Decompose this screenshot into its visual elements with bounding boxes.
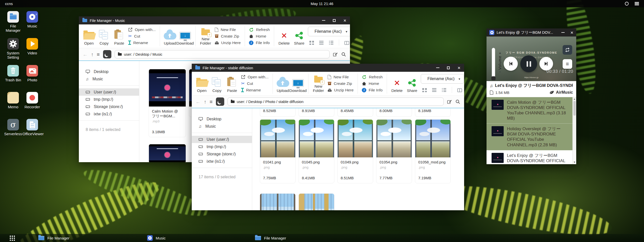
sort-dropdown[interactable]: Filename (Asc) ▾ <box>421 74 464 84</box>
upload-button[interactable]: Upload <box>276 74 289 93</box>
scroll-down-icon[interactable]: ▼ <box>573 161 576 163</box>
file-card-partial[interactable] <box>260 193 296 210</box>
file-card-partial[interactable] <box>149 144 186 162</box>
playlist-item[interactable]: Holiday Overslept @ フリーBGM DOVA-SYNDROME… <box>487 124 576 150</box>
power-circle-icon[interactable] <box>625 2 629 6</box>
share-button[interactable]: Share <box>406 74 419 93</box>
dark-mode-button[interactable] <box>103 50 111 58</box>
file-card-01054[interactable]: 01054.png .png 7.77MB <box>376 119 412 183</box>
new-file-button[interactable]: New File <box>215 27 241 32</box>
desktop-icon-video[interactable]: Video <box>23 38 42 65</box>
share-button[interactable]: Share <box>293 26 306 46</box>
cut-button[interactable]: ✂ Cut <box>128 33 156 39</box>
file-info-button[interactable]: i File Info <box>362 88 382 92</box>
search-icon[interactable] <box>455 99 460 104</box>
sidebar-item-music[interactable]: ♫ Music <box>192 123 252 130</box>
cut-button[interactable]: ✂ Cut <box>241 81 269 86</box>
file-card-clipped[interactable]: 8.52MB <box>260 108 296 117</box>
minimize-button[interactable] <box>436 67 439 68</box>
view-list-button[interactable] <box>432 88 437 92</box>
rename-button[interactable]: Rename <box>241 88 269 92</box>
rename-button[interactable]: Rename <box>128 41 156 45</box>
menu-icon[interactable] <box>635 2 639 5</box>
unzip-here-button[interactable]: Unzip Here <box>215 41 241 45</box>
desktop-icon-system-setting[interactable]: System Setting <box>4 38 23 65</box>
sort-dropdown[interactable]: Filename (Asc) ▾ <box>308 27 350 36</box>
home-button[interactable]: Home <box>249 34 270 39</box>
playlist-scrollbar[interactable]: ▲ ▼ <box>572 97 576 164</box>
desktop-icon-serverless[interactable]: σ Serverless <box>4 119 23 146</box>
close-button[interactable]: ✕ <box>343 19 346 22</box>
file-card-01058-mod[interactable]: 01058_mod.png .png 7.19MB <box>415 119 451 183</box>
sidebar-item-desktop[interactable]: Desktop <box>79 68 139 75</box>
delete-button[interactable]: ✕ Delete <box>391 74 404 93</box>
back-button[interactable]: ← <box>83 52 88 57</box>
path-input[interactable]: user: / Desktop / Music <box>115 50 330 58</box>
taskbar-item-file-manager-2[interactable]: File Manager <box>255 234 286 242</box>
next-track-button[interactable] <box>539 57 553 71</box>
repeat-button[interactable] <box>563 45 572 55</box>
paste-button[interactable]: Paste <box>226 74 239 93</box>
nav-menu-button[interactable]: ≡ <box>210 99 213 104</box>
file-card-clipped[interactable]: 8.45MB <box>337 108 373 117</box>
file-card-01049[interactable]: 01049.png .png 8.51MB <box>337 119 373 183</box>
playlist-item-current[interactable]: Let's Enjoy @ フリーBGM DOVA-SYNDROME OFFIC… <box>487 150 576 164</box>
view-list-button[interactable] <box>319 40 324 45</box>
volume-slider[interactable] <box>492 48 495 80</box>
refresh-button[interactable]: Refresh <box>362 75 382 80</box>
nav-menu-button[interactable]: ≡ <box>97 52 100 57</box>
path-input[interactable]: user: / Desktop / Photo / stable diffusi… <box>228 97 444 106</box>
new-folder-button[interactable]: New Folder <box>199 26 212 46</box>
refresh-button[interactable]: Refresh <box>249 27 270 32</box>
view-grid-button[interactable] <box>309 40 314 45</box>
close-button[interactable]: ✕ <box>570 31 573 34</box>
sidebar-item-tmp-drive[interactable]: tmp (tmp:/) <box>79 96 139 103</box>
up-button[interactable]: ↑ <box>91 52 93 57</box>
title-bar[interactable]: File Manager - stable diffusion ✕ <box>192 64 464 72</box>
view-grid-button[interactable] <box>422 88 427 92</box>
sidebar-item-user-drive[interactable]: User (user:/) <box>192 136 252 143</box>
sidebar-item-storage-drive[interactable]: Storage (store:/) <box>79 103 139 110</box>
paste-button[interactable]: Paste <box>113 26 126 46</box>
sidebar-item-ixtw-drive[interactable]: ixtw (is1:/) <box>79 110 139 118</box>
upload-button[interactable]: Upload <box>164 26 177 46</box>
scrollbar-thumb[interactable] <box>573 101 576 116</box>
view-columns-button[interactable] <box>457 88 462 92</box>
file-card-01041[interactable]: 01041.png .png 7.75MB <box>260 119 296 183</box>
create-zip-button[interactable]: Create Zip <box>215 34 241 39</box>
file-info-button[interactable]: i File Info <box>249 41 270 45</box>
view-detail-button[interactable] <box>329 40 334 45</box>
open-with-button[interactable]: Open with... <box>128 27 156 32</box>
desktop-icon-trash-bin[interactable]: Trash Bin <box>4 65 23 92</box>
minimize-button[interactable] <box>322 20 325 21</box>
open-button[interactable]: Open <box>82 26 95 46</box>
desktop-icon-photo[interactable]: Photo <box>23 65 42 92</box>
taskbar-item-music[interactable]: Music <box>147 234 166 242</box>
home-button[interactable]: Home <box>362 81 382 86</box>
new-folder-button[interactable]: New Folder <box>312 74 325 93</box>
playlist-toggle-button[interactable]: ≡ <box>563 59 572 69</box>
open-button[interactable]: Open <box>195 74 208 93</box>
scroll-up-icon[interactable]: ▲ <box>573 98 576 100</box>
taskbar-item-file-manager[interactable]: File Manager <box>38 234 70 242</box>
back-button[interactable]: ← <box>196 99 201 104</box>
volume-slider-thumb[interactable] <box>491 76 496 80</box>
maximize-button[interactable] <box>447 66 450 69</box>
edit-path-icon[interactable] <box>447 99 452 104</box>
download-button[interactable]: ↓ Download <box>292 74 305 93</box>
new-file-button[interactable]: New File <box>328 75 354 79</box>
search-icon[interactable] <box>341 52 346 57</box>
view-columns-button[interactable] <box>344 41 349 45</box>
copy-button[interactable]: Copy <box>210 74 223 93</box>
title-bar[interactable]: Let's Enjoy @ フリーBGM DOV... ✕ <box>487 28 576 37</box>
close-button[interactable]: ✕ <box>457 66 461 70</box>
up-button[interactable]: ↑ <box>204 99 206 104</box>
file-card-calm-motion[interactable]: Calm Motion @ フリーBGM... .mp3 3.18MB <box>149 69 186 137</box>
desktop-icon-officeviewer[interactable]: OfficeViewer <box>23 119 42 146</box>
sidebar-item-music[interactable]: ♫ Music <box>79 75 139 83</box>
sidebar-item-desktop[interactable]: Desktop <box>192 115 252 123</box>
sidebar-item-tmp-drive[interactable]: tmp (tmp:/) <box>192 143 252 150</box>
edit-path-icon[interactable] <box>333 52 338 57</box>
unzip-here-button[interactable]: Unzip Here <box>328 88 354 92</box>
desktop-icon-music[interactable]: Music <box>23 11 42 38</box>
